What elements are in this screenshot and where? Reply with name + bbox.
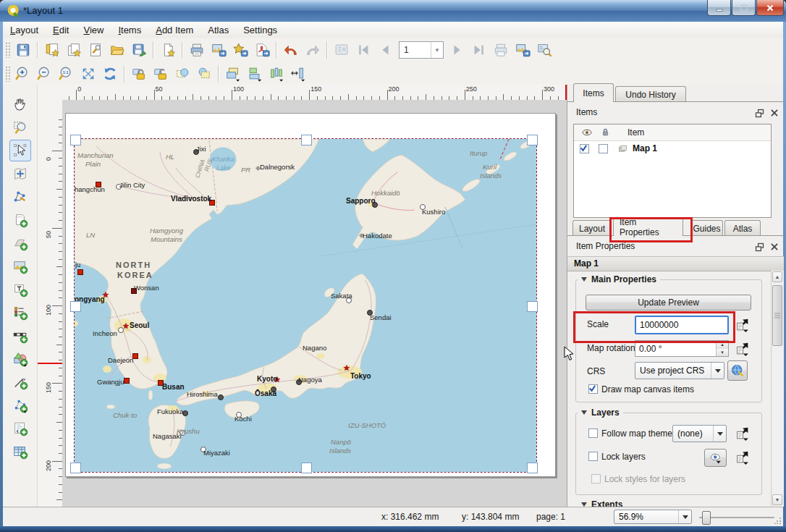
atlas-page-combo[interactable]: 1▼: [399, 41, 444, 59]
add-shape-tool[interactable]: [9, 348, 31, 370]
zoom-full-extent-button[interactable]: [77, 63, 99, 85]
update-preview-button[interactable]: Update Preview: [586, 295, 751, 311]
resize-grip-icon[interactable]: [774, 517, 782, 524]
print-atlas-button[interactable]: [490, 39, 512, 61]
export-as-image-button[interactable]: [208, 39, 229, 61]
deselect-all-items-button[interactable]: [193, 63, 215, 85]
add-3d-map-tool[interactable]: [9, 232, 31, 254]
zoom-tool-tool[interactable]: [9, 117, 31, 138]
spin-down-icon[interactable]: ▼: [717, 349, 728, 357]
select-all-items-button[interactable]: [172, 63, 193, 85]
export-atlas-button[interactable]: [512, 39, 533, 61]
float-panel-icon[interactable]: [753, 240, 766, 253]
map-item[interactable]: JixiJilin CityhangchunVladivostokDalnego…: [75, 139, 536, 472]
lock-selected-items-button[interactable]: [128, 63, 150, 85]
atlas-next-feature-button[interactable]: [447, 39, 468, 61]
items-tree[interactable]: Item Map 1: [573, 124, 772, 218]
atlas-previous-feature-button[interactable]: [374, 39, 396, 61]
export-as-svg-button[interactable]: [229, 39, 251, 61]
save-layout-button[interactable]: [12, 39, 34, 61]
refresh-view-button[interactable]: [99, 63, 121, 85]
tab-undo-history[interactable]: Undo History: [615, 86, 686, 102]
align-selected-items-button[interactable]: [244, 63, 266, 85]
layout-canvas[interactable]: JixiJilin CityhangchunVladivostokDalnego…: [62, 100, 567, 507]
maximize-button[interactable]: [732, 0, 756, 16]
scroll-up-icon[interactable]: ▲: [772, 271, 782, 282]
close-panel-icon[interactable]: [768, 106, 781, 119]
extents-header[interactable]: Extents: [578, 499, 626, 507]
add-label-tool[interactable]: [9, 279, 31, 300]
rotation-data-defined-button[interactable]: [733, 339, 752, 358]
tab-item-properties[interactable]: Item Properties: [613, 217, 683, 236]
redo-button[interactable]: [302, 39, 324, 61]
add-attribute-table-tool[interactable]: [9, 441, 31, 463]
handle-bottom-left[interactable]: [70, 463, 81, 473]
pan-layout-tool[interactable]: [9, 93, 31, 115]
handle-mid-left[interactable]: [70, 301, 81, 312]
map1-visibility-checkbox[interactable]: [580, 144, 589, 153]
draw-canvas-items-checkbox[interactable]: [588, 384, 598, 394]
handle-bottom-right[interactable]: [527, 463, 538, 473]
tab-atlas[interactable]: Atlas: [724, 220, 761, 236]
undo-button[interactable]: [280, 39, 302, 61]
menu-add-item[interactable]: Add Item: [148, 23, 200, 37]
new-layout-button[interactable]: [41, 39, 63, 61]
add-html-frame-tool[interactable]: [9, 418, 31, 439]
visibility-presets-eye-button[interactable]: [704, 449, 727, 467]
zoom-in-button[interactable]: [12, 63, 34, 85]
menu-items[interactable]: Items: [111, 23, 148, 37]
lock-layers-checkbox[interactable]: [588, 452, 598, 461]
select-move-item-tool[interactable]: [9, 140, 31, 161]
atlas-last-feature-button[interactable]: [468, 39, 490, 61]
close-button[interactable]: [756, 0, 784, 16]
menu-view[interactable]: View: [76, 23, 111, 37]
unlock-all-items-button[interactable]: [150, 63, 172, 85]
resize-selected-items-button[interactable]: [287, 63, 309, 85]
menu-settings[interactable]: Settings: [236, 23, 284, 37]
title-bar[interactable]: *Layout 1: [0, 0, 786, 22]
crs-combobox[interactable]: Use project CRS: [635, 362, 724, 379]
items-tree-row-map1[interactable]: Map 1: [574, 140, 771, 158]
handle-mid-right[interactable]: [527, 301, 538, 312]
scale-input[interactable]: 10000000: [635, 316, 729, 334]
add-legend-tool[interactable]: [9, 302, 31, 324]
zoom-actual-size-button[interactable]: 1:1: [56, 63, 77, 85]
crs-select-button[interactable]: [727, 360, 748, 381]
raise-selected-items-button[interactable]: [222, 63, 244, 85]
save-as-template-button[interactable]: [128, 39, 150, 61]
handle-top-right[interactable]: [527, 135, 538, 145]
handle-bottom-center[interactable]: [301, 463, 312, 473]
export-as-pdf-button[interactable]: [251, 39, 273, 61]
tab-items[interactable]: Items: [573, 83, 614, 102]
menu-edit[interactable]: Edit: [46, 23, 76, 37]
scroll-down-icon[interactable]: ▼: [772, 494, 782, 505]
duplicate-layout-button[interactable]: [63, 39, 85, 61]
open-layout-button[interactable]: [106, 39, 128, 61]
distribute-selected-items-button[interactable]: [266, 63, 287, 85]
theme-data-defined-button[interactable]: [733, 424, 752, 443]
add-node-item-tool[interactable]: [9, 394, 31, 416]
map-theme-combobox[interactable]: (none): [672, 425, 727, 442]
panel-scrollbar[interactable]: ▲ ▼: [771, 271, 784, 507]
main-properties-header[interactable]: Main Properties: [578, 274, 660, 284]
atlas-first-feature-button[interactable]: [352, 39, 374, 61]
toolbar-drag-handle[interactable]: [5, 66, 10, 82]
map-rotation-spinbox[interactable]: 0.00 °▲▼: [635, 340, 729, 357]
move-item-content-tool[interactable]: [9, 163, 31, 185]
menu-atlas[interactable]: Atlas: [200, 23, 236, 37]
atlas-preview-toggle-button[interactable]: [331, 39, 352, 61]
zoom-slider-thumb[interactable]: [702, 511, 711, 525]
tab-guides[interactable]: Guides: [690, 220, 723, 236]
add-map-tool[interactable]: [9, 209, 31, 231]
handle-top-left[interactable]: [70, 135, 81, 145]
add-arrow-tool[interactable]: [9, 371, 31, 393]
float-panel-icon[interactable]: [753, 106, 766, 119]
spin-up-icon[interactable]: ▲: [717, 341, 728, 349]
scrollbar-thumb[interactable]: [772, 285, 782, 346]
lock-layers-data-defined-button[interactable]: [733, 448, 752, 467]
edit-nodes-item-tool[interactable]: [9, 186, 31, 208]
tab-layout[interactable]: Layout: [572, 220, 612, 236]
toolbar-drag-handle[interactable]: [5, 42, 10, 58]
handle-top-center[interactable]: [301, 135, 312, 145]
add-picture-tool[interactable]: [9, 256, 31, 277]
